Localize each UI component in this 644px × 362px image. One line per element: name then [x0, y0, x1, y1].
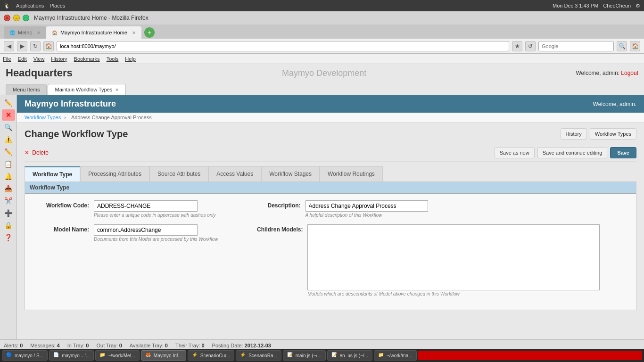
sidebar-icon-help[interactable]: ❓ — [2, 232, 15, 243]
action-row: ✕ Delete Save as new Save and continue e… — [25, 144, 636, 162]
breadcrumb: Workflow Types › Address Change Approval… — [17, 113, 644, 123]
workflow-types-button[interactable]: Workflow Types — [590, 128, 636, 140]
home-button[interactable]: 🏠 — [43, 41, 54, 51]
description-input[interactable] — [305, 200, 428, 212]
os-settings-icon[interactable]: ⚙ — [636, 3, 640, 9]
reload-button[interactable]: ↻ — [30, 41, 41, 51]
taskbar-item-5[interactable]: ⚡ ScenarioRa... — [236, 350, 281, 361]
menu-tools[interactable]: Tools — [107, 56, 119, 62]
taskbar-label-7: en_us.js (~/... — [340, 353, 368, 358]
sidebar-icon-bell[interactable]: 🔔 — [2, 171, 15, 182]
taskbar-item-2[interactable]: 📁 ~/work/MeI... — [95, 350, 140, 361]
sidebar-icon-alert[interactable]: ⚠️ — [2, 134, 15, 145]
back-button[interactable]: ◀ — [4, 41, 14, 51]
search-input[interactable] — [538, 41, 614, 51]
window-controls[interactable]: ✕ – □ — [4, 15, 29, 21]
sidebar-icon-search[interactable]: 🔍 — [2, 122, 15, 133]
history-button[interactable]: History — [561, 128, 587, 140]
taskbar-icon-4: ⚡ — [192, 352, 198, 359]
tab-access-values[interactable]: Access Values — [208, 166, 261, 181]
status-out-tray: Out Tray: 0 — [96, 343, 122, 348]
breadcrumb-workflow-types[interactable]: Workflow Types — [25, 115, 61, 120]
status-their-tray: Their Tray: 0 — [175, 343, 205, 348]
taskbar-item-8[interactable]: 📁 ~/work/ma... — [374, 350, 417, 361]
menu-file[interactable]: File — [3, 56, 11, 62]
available-tray-value: 0 — [165, 343, 168, 348]
sidebar-icon-close[interactable]: ✕ — [2, 109, 15, 121]
title-buttons: History Workflow Types — [561, 128, 636, 140]
workflow-code-input[interactable] — [94, 200, 198, 212]
tab-source-attributes[interactable]: Source Attributes — [149, 166, 208, 181]
menu-edit[interactable]: Edit — [18, 56, 27, 62]
django-header-title: Maymyo Infrastructure — [25, 99, 116, 109]
forward-button[interactable]: ▶ — [17, 41, 27, 51]
tab-menu-items[interactable]: Menu Items — [6, 84, 47, 95]
main-content: Maymyo Infrastructure Welcome, admin. Wo… — [17, 95, 644, 339]
children-models-textarea[interactable] — [307, 224, 600, 290]
maximize-button[interactable]: □ — [23, 15, 29, 21]
sidebar-icon-download[interactable]: 📥 — [2, 183, 15, 194]
sidebar-icon-lock[interactable]: 🔒 — [2, 220, 15, 231]
home-page-icon[interactable]: 🏠 — [630, 41, 640, 51]
taskbar-item-6[interactable]: 📝 main.js (~/... — [283, 350, 326, 361]
search-button[interactable]: 🔍 — [617, 41, 627, 51]
tab-menu-items-label: Menu Items — [13, 87, 40, 92]
model-name-help: Documents from this Model are processed … — [94, 237, 218, 242]
address-bar[interactable] — [57, 41, 509, 51]
sidebar-icon-add[interactable]: ➕ — [2, 207, 15, 219]
menu-history[interactable]: History — [51, 56, 67, 62]
sidebar-icon-pencil[interactable]: ✏️ — [2, 146, 15, 157]
save-as-new-button[interactable]: Save as new — [495, 147, 535, 158]
status-in-tray: In Tray: 0 — [67, 343, 89, 348]
new-tab-button[interactable]: + — [144, 27, 155, 38]
taskbar-item-7[interactable]: 📝 en_us.js (~/... — [327, 350, 372, 361]
available-tray-label: Available Tray: — [130, 343, 164, 348]
taskbar-icon-5: ⚡ — [240, 352, 247, 359]
browser-tab-2[interactable]: 🏠 Maymyo Infrastructure Home ✕ — [46, 26, 141, 39]
taskbar-item-0[interactable]: 🔵 maymyo / S... — [2, 350, 48, 361]
browser-tab-1[interactable]: 🌐 MeInc ✕ — [4, 26, 46, 39]
bookmark-icon[interactable]: ★ — [512, 41, 522, 51]
taskbar-icon-7: 📝 — [331, 352, 338, 359]
taskbar-label-1: maymyo – '... — [62, 353, 90, 358]
tab-maintain-workflow-types[interactable]: Maintain Workflow Types ✕ — [48, 84, 126, 95]
sidebar-icon-edit[interactable]: ✏️ — [2, 97, 15, 108]
places-menu[interactable]: Places — [50, 3, 65, 8]
menu-help[interactable]: Help — [125, 56, 136, 62]
minimize-button[interactable]: – — [13, 15, 20, 21]
status-posting-date: Posting Date: 2012-12-03 — [212, 343, 271, 348]
menu-bookmarks[interactable]: Bookmarks — [74, 56, 100, 62]
applications-menu[interactable]: Applications — [16, 3, 44, 8]
refresh-icon[interactable]: ↺ — [525, 41, 536, 51]
app-subtitle: Maymyo Development — [73, 68, 576, 78]
taskbar-icon-6: 📝 — [287, 352, 294, 359]
os-icon: 🐧 — [4, 3, 10, 9]
sidebar-icon-cut[interactable]: ✂️ — [2, 195, 15, 206]
tab-close-icon[interactable]: ✕ — [115, 87, 119, 92]
tab-workflow-type[interactable]: Workflow Type — [25, 166, 80, 181]
tab-workflow-stages[interactable]: Workflow Stages — [261, 166, 320, 181]
delete-link[interactable]: ✕ Delete — [25, 149, 49, 156]
sidebar-icon-clipboard[interactable]: 📋 — [2, 158, 15, 170]
tab-workflow-routings[interactable]: Workflow Routings — [320, 166, 383, 181]
logout-link[interactable]: Logout — [621, 70, 638, 76]
sidebar: ✏️ ✕ 🔍 ⚠️ ✏️ 📋 🔔 📥 ✂️ ➕ 🔒 ❓ — [0, 95, 17, 339]
tab2-close-icon[interactable]: ✕ — [132, 30, 136, 35]
browser-menubar: File Edit View History Bookmarks Tools H… — [0, 54, 644, 64]
form-row-1: Workflow Code: Please enter a unique cod… — [33, 200, 628, 218]
taskbar-item-3[interactable]: 🦊 Maymyo Inf... — [141, 350, 186, 361]
taskbar-item-1[interactable]: 📄 maymyo – '... — [49, 350, 94, 361]
save-button[interactable]: Save — [610, 147, 636, 158]
taskbar-item-4[interactable]: ⚡ ScenarioCur... — [188, 350, 234, 361]
save-continue-button[interactable]: Save and continue editing — [537, 147, 608, 158]
children-models-help: Models which are descendants of Model ab… — [307, 291, 600, 296]
model-name-input[interactable] — [94, 224, 198, 236]
tab1-close-icon[interactable]: ✕ — [37, 30, 41, 35]
taskbar-icon-0: 🔵 — [6, 352, 13, 359]
taskbar-label-4: ScenarioCur... — [200, 353, 230, 358]
close-button[interactable]: ✕ — [4, 15, 10, 21]
menu-view[interactable]: View — [33, 56, 45, 62]
os-menu[interactable]: 🐧 Applications Places — [4, 3, 65, 9]
taskbar-label-0: maymyo / S... — [15, 353, 43, 358]
tab-processing-attributes[interactable]: Processing Attributes — [80, 166, 149, 181]
